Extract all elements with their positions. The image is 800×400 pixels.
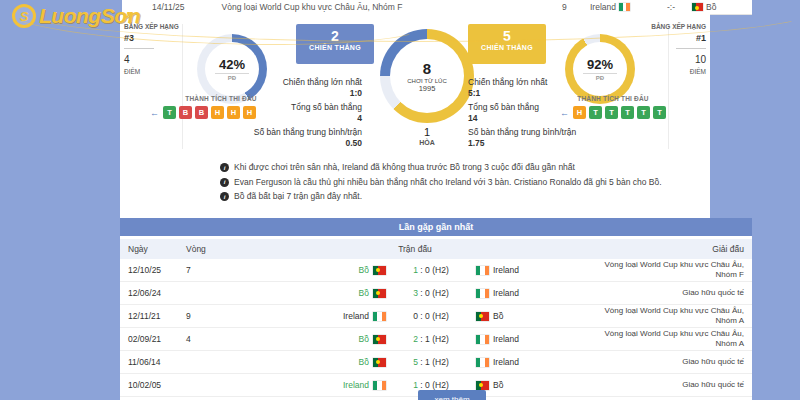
away-wins-badge: 5 CHIẾN THẮNG	[468, 24, 546, 64]
away-form-percent: 92%	[583, 57, 617, 74]
divider	[124, 48, 154, 49]
globe-logo-icon	[12, 4, 36, 28]
team-name: Bồ	[493, 380, 503, 390]
match-score: 3 : 0 (H2)	[386, 288, 476, 298]
competition-name: Giao hữu quốc tế	[594, 380, 752, 390]
away-team-cell: Ireland	[476, 334, 594, 344]
round-number: 7	[186, 265, 236, 275]
round-number: 9	[186, 311, 236, 321]
form-result-box: B	[195, 106, 208, 119]
draws-label: HÒA	[380, 139, 474, 146]
table-row[interactable]: 12/06/24Bồ3 : 0 (H2)IrelandGiao hữu quốc…	[120, 282, 752, 305]
portugal-flag-icon	[476, 312, 489, 321]
team-name: Ireland	[493, 334, 519, 344]
matchday-number: 9	[562, 2, 567, 12]
ireland-flag-icon	[476, 266, 489, 275]
away-form-gauge: 92% PĐ	[565, 34, 635, 104]
rank-points: 10	[648, 52, 706, 67]
match-date: 12/11/21	[120, 311, 186, 321]
match-date: 02/09/21	[120, 334, 186, 344]
form-result-box: T	[163, 106, 176, 119]
h2h-note: iBồ đã bất bại 7 trận gần đây nhất.	[220, 191, 680, 201]
stat-value: 1:0	[232, 88, 362, 99]
away-team: Bồ	[692, 2, 716, 12]
home-team-cell: Bồ	[236, 288, 386, 298]
form-result-box: T	[621, 106, 634, 119]
h2h-note: iKhi được chơi trên sân nhà, Ireland đã …	[220, 162, 680, 172]
away-team-cell: Bồ	[476, 380, 594, 390]
stat-label: Số bàn thắng trung bình/trận	[468, 127, 608, 138]
table-header-row: Ngày Vòng Trận đấu Giải đấu	[120, 239, 752, 259]
stat-label: Tổng số bàn thắng	[232, 102, 362, 113]
stat-value: 0.50	[232, 138, 362, 149]
info-icon: i	[220, 192, 229, 201]
portugal-flag-icon	[476, 381, 489, 390]
team-name: Ireland	[493, 357, 519, 367]
table-row[interactable]: 12/10/257Bồ1 : 0 (H2)IrelandVòng loại Wo…	[120, 259, 752, 282]
stat-label: Số bàn thắng trung bình/trận	[232, 127, 362, 138]
table-row[interactable]: 12/11/219Ireland0 : 0 (H2)BồVòng loại Wo…	[120, 305, 752, 328]
table-title: Lần gặp gần nhất	[120, 218, 752, 236]
h2h-note: iEvan Ferguson là cầu thủ ghi nhiều bàn …	[220, 177, 680, 187]
home-wins-badge: 2 CHIẾN THẮNG	[296, 24, 374, 64]
away-team-cell: Ireland	[476, 357, 594, 367]
ireland-flag-icon	[373, 381, 386, 390]
rank-label: BẢNG XẾP HẠNG	[648, 22, 706, 32]
home-form-percent: 42%	[215, 57, 249, 74]
home-team-cell: Bồ	[236, 357, 386, 367]
match-score: 1 : 0 (H2)	[386, 380, 476, 390]
match-score: 1 : 0 (H2)	[386, 265, 476, 275]
table-row[interactable]: 02/09/214Bồ2 : 1 (H2)IrelandVòng loại Wo…	[120, 328, 752, 351]
team-name: Bồ	[359, 357, 369, 367]
home-rank-block: BẢNG XẾP HẠNG #3 4 ĐIỂM	[124, 22, 180, 77]
team-name: Bồ	[359, 288, 369, 298]
note-text: Bồ đã bất bại 7 trận gần đây nhất.	[234, 191, 362, 201]
column-header-round: Vòng	[186, 244, 236, 254]
ireland-flag-icon	[476, 289, 489, 298]
portugal-flag-icon	[373, 266, 386, 275]
team-name: Ireland	[343, 380, 369, 390]
column-header-match: Trận đấu	[236, 244, 594, 254]
team-name: Bồ	[359, 265, 369, 275]
info-icon: i	[220, 163, 229, 172]
ireland-flag-icon	[476, 358, 489, 367]
away-team-cell: Ireland	[476, 288, 594, 298]
column-header-competition: Giải đấu	[594, 244, 752, 254]
competition-name: Vòng loại World Cup khu vực Châu Âu, Nhó…	[594, 306, 752, 326]
donut-inner: 8 CHƠI TỪ LÚC 1995	[390, 39, 464, 113]
stat-label: Chiến thắng lớn nhất	[232, 77, 362, 88]
form-result-box: H	[573, 106, 586, 119]
away-record-label: THÀNH TÍCH THI ĐẤU	[553, 95, 673, 102]
games-played: 8	[423, 60, 431, 77]
divider	[676, 48, 706, 49]
h2h-stats-page: 14/11/25 Vòng loại World Cup khu vực Châ…	[0, 0, 800, 400]
away-wins-count: 5	[468, 29, 546, 44]
away-form-boxes: ←HTTTTT	[560, 106, 666, 119]
halftime-note: (H2)	[430, 311, 449, 321]
rank-label: BẢNG XẾP HẠNG	[124, 22, 180, 32]
halftime-note: (H2)	[430, 265, 449, 275]
halftime-note: (H2)	[430, 334, 449, 344]
halftime-note: (H2)	[430, 380, 449, 390]
wins-label: CHIẾN THẮNG	[468, 44, 546, 51]
table-row[interactable]: 11/06/14Bồ5 : 1 (H2)IrelandGiao hữu quốc…	[120, 351, 752, 374]
draws-block: 1 HÒA	[380, 126, 474, 146]
form-result-box: T	[653, 106, 666, 119]
form-result-box: T	[637, 106, 650, 119]
team-name: Bồ	[493, 311, 503, 321]
table-body: 12/10/257Bồ1 : 0 (H2)IrelandVòng loại Wo…	[120, 259, 752, 397]
wins-label: CHIẾN THẮNG	[296, 44, 374, 51]
rank-points-label: ĐIỂM	[648, 67, 706, 77]
info-icon: i	[220, 178, 229, 187]
since-year: 1995	[419, 84, 436, 93]
match-date: 11/06/14	[120, 357, 186, 367]
team-name: Bồ	[359, 334, 369, 344]
portugal-flag-icon	[692, 3, 703, 11]
away-team-name: Bồ	[706, 2, 716, 12]
show-more-button[interactable]: xem thêm	[418, 390, 486, 400]
gauge-inner: 92% PĐ	[573, 42, 627, 96]
home-stats-list: Chiến thắng lớn nhất1:0Tổng số bàn thắng…	[232, 74, 362, 149]
home-wins-count: 2	[296, 29, 374, 44]
divider	[182, 24, 183, 149]
round-number: 4	[186, 334, 236, 344]
